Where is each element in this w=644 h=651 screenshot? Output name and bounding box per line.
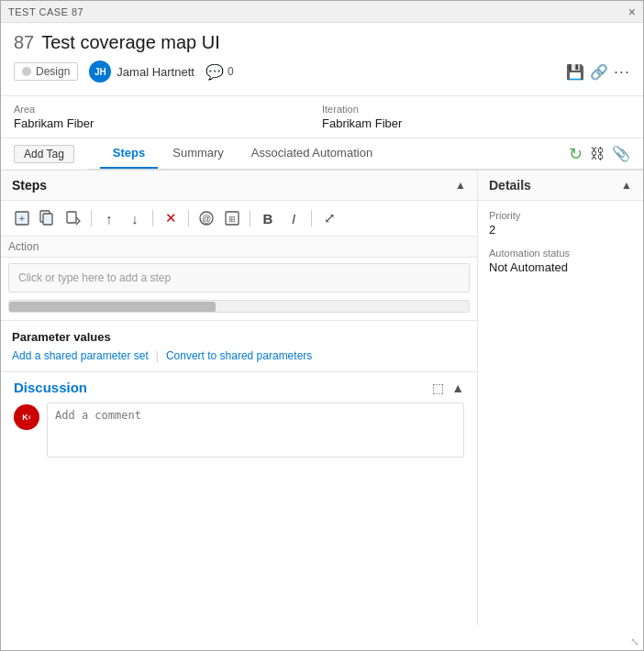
italic-button[interactable]: I [282,206,305,230]
automation-status-label: Automation status [489,248,632,259]
work-item-title-row: 87 Test coverage map UI [14,32,630,53]
separator-1 [91,210,92,226]
discussion-header: Discussion ⬚ ▲ [14,380,464,395]
commenter-initials: K‹ [22,413,31,422]
priority-label: Priority [489,210,632,221]
more-icon[interactable]: ··· [614,62,630,82]
tags-tabs-row: Add Tag Steps Summary Associated Automat… [1,138,643,171]
expand-discussion-icon[interactable]: ⬚ [432,381,444,395]
insert-shared-step-button[interactable] [61,206,85,230]
collapse-details-icon[interactable]: ▲ [621,179,632,192]
iteration-field: Iteration Fabrikam Fiber [322,104,630,130]
add-step-button[interactable]: + [10,206,34,230]
move-down-button[interactable]: ↓ [123,206,147,230]
discussion-section: Discussion ⬚ ▲ K‹ [1,371,477,467]
area-label: Area [14,104,322,115]
left-panel: Steps ▲ + ↑ ↓ ✕ @ ⊞ [1,171,478,625]
bold-button[interactable]: B [256,206,280,230]
content-area: Steps ▲ + ↑ ↓ ✕ @ ⊞ [1,171,643,625]
title-bar-label: TEST CASE 87 [8,6,83,17]
tab-bar: Steps Summary Associated Automation ↻ ⛓ … [87,138,643,170]
parameter-values-title: Parameter values [12,330,466,344]
refresh-icon[interactable]: ↻ [569,144,583,164]
area-field: Area Fabrikam Fiber [14,104,322,130]
save-icon[interactable]: 💾 [566,63,584,81]
meta-row: Area Fabrikam Fiber Iteration Fabrikam F… [1,96,643,138]
parameter-values-section: Parameter values Add a shared parameter … [1,320,477,371]
comments-count: 0 [228,65,234,78]
tab-summary[interactable]: Summary [160,138,237,169]
assigned-user[interactable]: JH Jamal Hartnett [89,61,194,83]
action-col-label: Action [8,240,39,253]
steps-title: Steps [12,178,47,193]
add-shared-step-button[interactable] [36,206,60,230]
svg-text:+: + [19,213,25,224]
area-value[interactable]: Fabrikam Fiber [14,116,322,130]
svg-text:⊞: ⊞ [228,215,236,224]
automation-status-field: Automation status Not Automated [489,248,632,274]
work-item-title-text: Test coverage map UI [41,32,220,53]
link-icon[interactable]: 🔗 [590,63,608,81]
add-step-row[interactable]: Click or type here to add a step [8,263,470,292]
convert-shared-params-link[interactable]: Convert to shared parameters [166,349,312,362]
tags-row: Add Tag [1,138,87,170]
chain-icon[interactable]: ⛓ [590,146,605,162]
discussion-title: Discussion [14,380,87,395]
param-button[interactable]: @ [194,206,218,230]
work-item-header: 87 Test coverage map UI Design JH Jamal … [1,23,643,96]
details-body: Priority 2 Automation status Not Automat… [478,201,643,294]
comment-input[interactable] [47,403,464,458]
close-button[interactable]: × [628,6,636,18]
collapse-steps-icon[interactable]: ▲ [455,179,466,192]
delete-step-button[interactable]: ✕ [159,206,183,230]
assigned-user-name: Jamal Hartnett [117,65,194,79]
avatar: JH [89,61,111,83]
scroll-thumb [9,302,216,313]
collapse-discussion-icon[interactable]: ▲ [451,381,464,395]
tab-associated-automation[interactable]: Associated Automation [239,138,385,169]
comment-row: K‹ [14,403,464,458]
tab-steps[interactable]: Steps [100,138,158,169]
avatar-initials: JH [94,67,106,77]
param-separator: | [156,349,159,362]
svg-rect-3 [43,214,52,225]
discussion-icons: ⬚ ▲ [432,381,464,395]
expand-button[interactable]: ⤢ [317,206,341,230]
svg-rect-4 [67,212,76,223]
steps-col-header: Action [1,237,477,258]
priority-value[interactable]: 2 [489,223,632,237]
iteration-label: Iteration [322,104,630,115]
priority-field: Priority 2 [489,210,632,237]
iteration-value[interactable]: Fabrikam Fiber [322,116,630,130]
tab-actions: ↻ ⛓ 📎 [569,144,630,164]
automation-status-value[interactable]: Not Automated [489,260,632,274]
steps-toolbar: + ↑ ↓ ✕ @ ⊞ B I ⤢ [1,201,477,237]
status-badge[interactable]: Design [14,62,78,81]
separator-3 [188,210,189,226]
horizontal-scrollbar[interactable] [8,300,470,313]
parameter-links: Add a shared parameter set | Convert to … [12,349,466,362]
resize-handle[interactable]: ⤡ [630,635,639,648]
commenter-avatar: K‹ [14,404,39,430]
move-up-button[interactable]: ↑ [97,206,121,230]
status-circle [22,67,31,76]
svg-text:@: @ [202,214,211,224]
details-header: Details ▲ [478,171,643,201]
details-title: Details [489,178,531,193]
right-panel: Details ▲ Priority 2 Automation status N… [478,171,643,625]
insert-button[interactable]: ⊞ [220,206,244,230]
comments-button[interactable]: 💬 0 [205,63,234,81]
separator-5 [311,210,312,226]
work-item-toolbar: Design JH Jamal Hartnett 💬 0 💾 🔗 ··· [14,61,630,83]
separator-4 [250,210,250,226]
status-label: Design [36,65,70,78]
comment-icon: 💬 [205,63,224,81]
work-item-number: 87 [14,32,34,53]
separator-2 [152,210,153,226]
toolbar-actions: 💾 🔗 ··· [566,62,630,82]
add-shared-param-link[interactable]: Add a shared parameter set [12,349,149,362]
attach-icon[interactable]: 📎 [612,145,630,162]
title-bar: TEST CASE 87 × [1,1,643,23]
add-tag-button[interactable]: Add Tag [14,145,74,163]
steps-section-header: Steps ▲ [1,171,477,201]
